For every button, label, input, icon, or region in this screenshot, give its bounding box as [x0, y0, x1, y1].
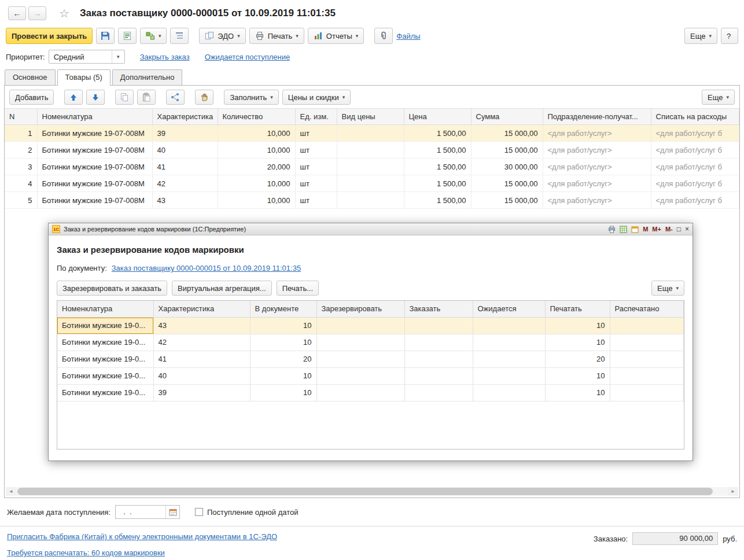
cell-characteristic[interactable]: 42	[152, 175, 218, 192]
cell-expense[interactable]: <для работ/услуг б	[651, 142, 739, 159]
prices-discounts-button[interactable]: Цены и скидки ▾	[282, 90, 351, 105]
column-header-price[interactable]: Цена	[404, 109, 471, 125]
cell-qty[interactable]: 10,000	[218, 192, 295, 209]
cell-qty[interactable]: 10,000	[218, 175, 295, 192]
cell-printed[interactable]	[610, 384, 684, 401]
cell-characteristic[interactable]: 43	[153, 317, 250, 334]
table-row[interactable]: Ботинки мужские 19-0... 41 20 20	[57, 351, 684, 367]
cell-characteristic[interactable]: 40	[153, 367, 250, 384]
cell-nomenclature[interactable]: Ботинки мужские 19-07-008M	[37, 192, 152, 209]
cell-characteristic[interactable]: 43	[152, 192, 218, 209]
cell-price-type[interactable]	[337, 125, 404, 142]
titlebar-print-icon[interactable]	[608, 226, 616, 233]
table-row[interactable]: 4 Ботинки мужские 19-07-008M 42 10,000 ш…	[5, 175, 739, 192]
single-date-checkbox[interactable]	[195, 508, 203, 516]
cell-to-print[interactable]: 10	[545, 317, 610, 334]
priority-select[interactable]: Средний ▾	[49, 50, 125, 64]
column-header-printed[interactable]: Распечатано	[610, 301, 684, 317]
cell-nomenclature[interactable]: Ботинки мужские 19-0...	[57, 367, 153, 384]
cell-department[interactable]: <для работ/услуг>	[543, 175, 651, 192]
close-icon[interactable]: ×	[685, 226, 689, 233]
cell-unit[interactable]: шт	[295, 175, 337, 192]
table-row[interactable]: 1 Ботинки мужские 19-07-008M 39 10,000 ш…	[5, 125, 739, 142]
cell-order[interactable]	[404, 351, 473, 367]
cell-order[interactable]	[404, 384, 473, 401]
cell-characteristic[interactable]: 41	[152, 159, 218, 175]
cell-n[interactable]: 1	[5, 125, 37, 142]
scrollbar-track[interactable]	[16, 487, 728, 496]
manual-change-button[interactable]	[195, 90, 213, 105]
cell-nomenclature[interactable]: Ботинки мужские 19-07-008M	[37, 125, 152, 142]
help-button[interactable]: ?	[721, 28, 738, 44]
table-row[interactable]: Ботинки мужские 19-0... 43 10 10	[57, 317, 684, 334]
cell-characteristic[interactable]: 42	[153, 334, 250, 351]
cell-price-type[interactable]	[337, 142, 404, 159]
cell-department[interactable]: <для работ/услуг>	[543, 125, 651, 142]
edo-invite-link[interactable]: Пригласить Фабрика (Китай) к обмену элек…	[7, 532, 277, 541]
cell-sum[interactable]: 15 000,00	[471, 192, 543, 209]
scrollbar-thumb[interactable]	[17, 488, 713, 495]
cell-sum[interactable]: 15 000,00	[471, 175, 543, 192]
table-row[interactable]: Ботинки мужские 19-0... 40 10 10	[57, 367, 684, 384]
print-button[interactable]: Печать ▾	[249, 28, 304, 44]
cell-characteristic[interactable]: 40	[152, 142, 218, 159]
cell-qty[interactable]: 10,000	[218, 125, 295, 142]
attachments-button[interactable]	[374, 28, 393, 44]
reports-button[interactable]: Отчеты ▾	[308, 28, 364, 44]
reserve-and-order-button[interactable]: Зарезервировать и заказать	[57, 281, 167, 296]
cell-nomenclature[interactable]: Ботинки мужские 19-07-008M	[37, 175, 152, 192]
column-header-to-print[interactable]: Печатать	[545, 301, 610, 317]
cell-n[interactable]: 2	[5, 142, 37, 159]
virtual-aggregation-button[interactable]: Виртуальная агрегация...	[172, 281, 272, 296]
cell-sum[interactable]: 30 000,00	[471, 159, 543, 175]
cell-n[interactable]: 3	[5, 159, 37, 175]
calendar-icon[interactable]	[165, 506, 179, 518]
column-header-reserve[interactable]: Зарезервировать	[316, 301, 404, 317]
cell-price[interactable]: 1 500,00	[404, 159, 471, 175]
scale-m-plus-button[interactable]: M+	[652, 226, 661, 233]
column-header-in-document[interactable]: В документе	[250, 301, 316, 317]
create-based-on-button[interactable]: ▾	[140, 28, 167, 44]
tab-goods[interactable]: Товары (5)	[57, 69, 111, 86]
cell-nomenclature[interactable]: Ботинки мужские 19-0...	[57, 334, 153, 351]
cell-unit[interactable]: шт	[295, 192, 337, 209]
cell-expected[interactable]	[473, 367, 545, 384]
cell-nomenclature[interactable]: Ботинки мужские 19-0...	[57, 384, 153, 401]
tab-main[interactable]: Основное	[5, 69, 56, 85]
cell-to-print[interactable]: 10	[545, 367, 610, 384]
files-link[interactable]: Файлы	[396, 32, 420, 40]
column-header-nomenclature[interactable]: Номенклатура	[57, 301, 153, 317]
scroll-right-button[interactable]: ►	[728, 487, 738, 496]
save-button[interactable]	[96, 28, 115, 44]
tab-additional[interactable]: Дополнительно	[112, 69, 183, 85]
cell-printed[interactable]	[610, 351, 684, 367]
cell-reserve[interactable]	[316, 384, 404, 401]
titlebar-calendar-icon[interactable]	[631, 226, 639, 233]
dialog-print-button[interactable]: Печать...	[277, 281, 319, 296]
cell-expense[interactable]: <для работ/услуг б	[651, 175, 739, 192]
cell-to-print[interactable]: 10	[545, 384, 610, 401]
add-row-button[interactable]: Добавить	[9, 90, 54, 105]
column-header-n[interactable]: N	[5, 109, 37, 125]
post-and-close-button[interactable]: Провести и закрыть	[6, 28, 93, 44]
cell-expected[interactable]	[473, 317, 545, 334]
cell-order[interactable]	[404, 334, 473, 351]
cell-printed[interactable]	[610, 317, 684, 334]
cell-printed[interactable]	[610, 334, 684, 351]
horizontal-scrollbar[interactable]: ◄ ►	[6, 487, 738, 496]
scroll-left-button[interactable]: ◄	[6, 487, 16, 496]
hierarchy-button[interactable]	[166, 90, 185, 105]
table-row[interactable]: Ботинки мужские 19-0... 39 10 10	[57, 384, 684, 401]
move-up-button[interactable]	[64, 90, 83, 105]
edo-button[interactable]: ЭДО ▾	[199, 28, 245, 44]
cell-price[interactable]: 1 500,00	[404, 175, 471, 192]
column-header-expense[interactable]: Списать на расходы	[651, 109, 739, 125]
cell-price-type[interactable]	[337, 159, 404, 175]
column-header-expected[interactable]: Ожидается	[473, 301, 545, 317]
cell-nomenclature[interactable]: Ботинки мужские 19-0...	[57, 351, 153, 367]
column-header-order[interactable]: Заказать	[404, 301, 473, 317]
cell-qty[interactable]: 20,000	[218, 159, 295, 175]
document-structure-button[interactable]	[170, 28, 189, 44]
cell-to-print[interactable]: 20	[545, 351, 610, 367]
chevron-down-icon[interactable]: ▾	[112, 50, 124, 63]
